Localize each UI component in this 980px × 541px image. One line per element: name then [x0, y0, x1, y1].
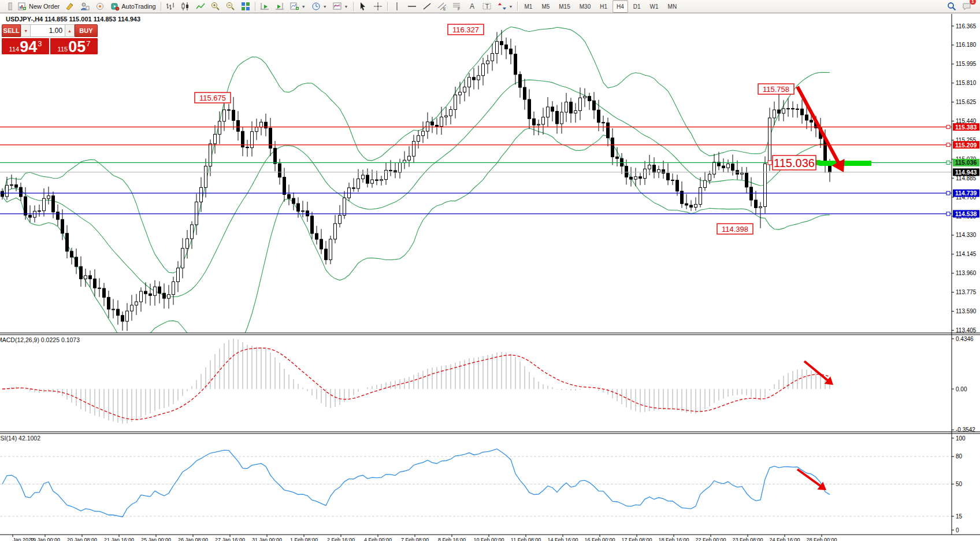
- svg-text:115.625: 115.625: [956, 99, 977, 105]
- label-anchor-handle[interactable]: [768, 161, 772, 165]
- time-axis[interactable]: Jan 202219 Jan 00:0020 Jan 08:0021 Jan 1…: [13, 535, 837, 541]
- timeframe-m5-button[interactable]: M5: [537, 0, 554, 13]
- candle: [288, 194, 291, 198]
- candle: [413, 142, 415, 157]
- time-label: 26 Jan 08:00: [178, 537, 208, 541]
- search-button[interactable]: [945, 0, 959, 13]
- time-label: 17 Feb 08:00: [621, 537, 652, 541]
- zoom-out-button[interactable]: [224, 0, 237, 13]
- auto-scroll-button[interactable]: [258, 0, 272, 13]
- line-handle[interactable]: [946, 212, 950, 216]
- candle: [389, 171, 392, 171]
- zoom-in-button[interactable]: [209, 0, 222, 13]
- candle: [667, 173, 670, 180]
- autotrading-button-label: AutoTrading: [121, 3, 156, 10]
- timeframe-m15-button[interactable]: M15: [555, 0, 574, 13]
- tile-windows-button[interactable]: [239, 0, 253, 13]
- trendline-button[interactable]: [420, 0, 434, 13]
- chart-canvas: 116.365116.180115.995115.810115.625115.4…: [0, 0, 980, 541]
- timeframe-w1-button[interactable]: W1: [646, 0, 663, 13]
- volume-input[interactable]: [31, 24, 65, 37]
- ask-price-tile[interactable]: 115 05 7: [50, 38, 98, 54]
- timeframe-mn-button[interactable]: MN: [664, 0, 681, 13]
- candle: [445, 116, 448, 117]
- volume-increase-button[interactable]: ▲: [65, 24, 75, 37]
- candle: [547, 107, 550, 117]
- label-button[interactable]: T: [480, 0, 494, 13]
- cursor-button[interactable]: [356, 0, 370, 13]
- person-icon: [80, 2, 90, 11]
- new-chart-button[interactable]: ▼: [288, 0, 308, 13]
- bid-point: 3: [38, 39, 42, 48]
- candle: [496, 42, 499, 54]
- chevron-down-icon[interactable]: ▼: [302, 5, 306, 9]
- timeframe-h4-button[interactable]: H4: [612, 0, 628, 13]
- bar-chart-button[interactable]: [164, 0, 177, 13]
- channel-button[interactable]: E: [435, 0, 449, 13]
- timeframe-h1-button[interactable]: H1: [596, 0, 611, 13]
- red-arrow-annotation[interactable]: [804, 361, 829, 381]
- candle: [112, 309, 115, 310]
- notifications-button[interactable]: 1: [960, 0, 974, 13]
- arrows-button[interactable]: ▼: [495, 0, 515, 13]
- signals-button[interactable]: [93, 0, 107, 13]
- autotrading-button[interactable]: AutoTrading: [108, 0, 158, 13]
- line-handle[interactable]: [946, 125, 950, 129]
- text-button[interactable]: A: [465, 0, 479, 13]
- metaeditor-button[interactable]: [63, 0, 77, 13]
- crosshair-button[interactable]: [371, 0, 385, 13]
- candle: [722, 166, 725, 168]
- line-handle[interactable]: [946, 161, 950, 164]
- time-label: 4 Feb 00:00: [364, 537, 392, 541]
- toolbar-separator: [387, 2, 388, 11]
- clipped-icon[interactable]: [1, 0, 14, 13]
- chevron-down-icon[interactable]: ▼: [344, 5, 348, 9]
- volume-decrease-button[interactable]: ▼: [21, 24, 31, 37]
- candle: [94, 279, 96, 288]
- fibonacci-button[interactable]: F: [450, 0, 464, 13]
- chart-shift-button[interactable]: [273, 0, 287, 13]
- red-arrow-annotation[interactable]: [797, 87, 840, 164]
- svg-text:114.538: 114.538: [955, 210, 977, 217]
- horizontal-line-button[interactable]: [405, 0, 419, 13]
- candles-icon: [181, 2, 190, 11]
- candle: [1, 191, 4, 197]
- svg-text:116.365: 116.365: [956, 23, 977, 29]
- candle: [588, 97, 591, 101]
- candle: [584, 97, 586, 98]
- candle: [801, 109, 804, 114]
- candle: [422, 131, 425, 136]
- market-watch-button[interactable]: [78, 0, 92, 13]
- candle: [431, 122, 434, 125]
- chevron-down-icon[interactable]: ▼: [323, 5, 327, 9]
- candle: [519, 75, 522, 87]
- svg-text:15: 15: [956, 513, 963, 520]
- svg-text:113.590: 113.590: [956, 308, 977, 314]
- sell-button[interactable]: SELL: [2, 24, 21, 37]
- chevron-down-icon[interactable]: ▼: [509, 5, 513, 9]
- line-handle[interactable]: [946, 191, 950, 195]
- ask-point: 7: [86, 39, 90, 48]
- vertical-line-button[interactable]: [390, 0, 404, 13]
- toolbar-separator: [255, 2, 255, 11]
- buy-button[interactable]: BUY: [75, 24, 98, 37]
- timeframe-m30-button[interactable]: M30: [576, 0, 595, 13]
- new-order-button[interactable]: New Order: [16, 0, 62, 13]
- price-axis[interactable]: 116.365116.180115.995115.810115.625115.4…: [952, 23, 979, 533]
- line-chart-button[interactable]: [194, 0, 207, 13]
- svg-text:115.383: 115.383: [955, 124, 977, 131]
- timeframe-m1-button[interactable]: M1: [520, 0, 536, 13]
- templates-button[interactable]: ▼: [331, 0, 351, 13]
- candle: [376, 180, 378, 180]
- periods-button[interactable]: ▼: [309, 0, 329, 13]
- timeframe-d1-button[interactable]: D1: [629, 0, 645, 13]
- bid-price-tile[interactable]: 114 94 3: [2, 38, 49, 54]
- thick-green-level-bar[interactable]: [819, 161, 871, 166]
- svg-text:114.943: 114.943: [955, 169, 977, 176]
- candle: [676, 180, 679, 191]
- textA-icon: A: [467, 2, 477, 11]
- line-handle[interactable]: [946, 143, 950, 147]
- candlestick-chart-button[interactable]: [179, 0, 192, 13]
- time-label: 28 Feb 00:00: [806, 537, 837, 541]
- signal-icon: [95, 2, 105, 11]
